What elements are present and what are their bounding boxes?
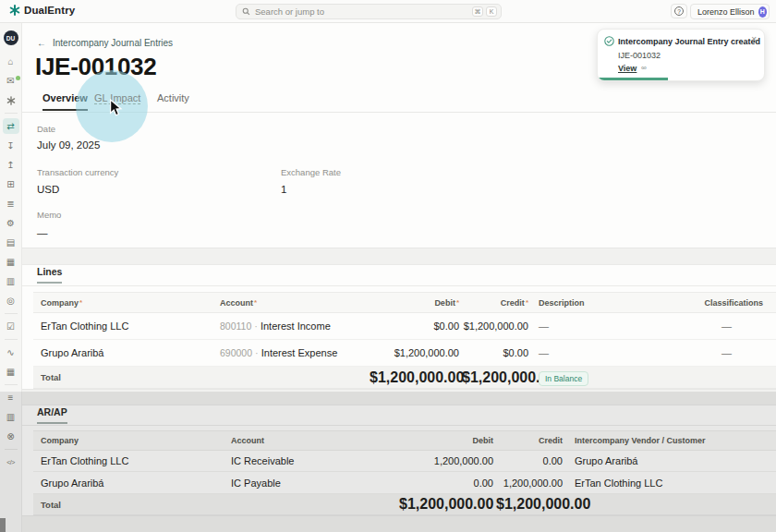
required-marker: * bbox=[79, 298, 82, 307]
close-icon[interactable]: × bbox=[751, 34, 757, 44]
account-cell: 690000·Interest Expense bbox=[212, 347, 370, 358]
search-input[interactable]: Search or jump to ⌘ K bbox=[236, 4, 502, 19]
date-label: Date bbox=[37, 124, 55, 134]
breadcrumb[interactable]: ← Intercompany Journal Entries bbox=[37, 38, 173, 48]
folder-icon[interactable]: ▤ bbox=[3, 235, 19, 250]
workspace-avatar[interactable]: DU bbox=[4, 30, 18, 45]
col-account: Account* bbox=[212, 298, 370, 308]
col-company: Company bbox=[33, 436, 224, 445]
date-value: July 09, 2025 bbox=[37, 139, 100, 151]
section-separator bbox=[22, 248, 776, 265]
classifications-cell: — bbox=[679, 320, 776, 332]
apps-grid-icon[interactable]: ⊞ bbox=[3, 176, 19, 192]
toast-entry-id: IJE-001032 bbox=[618, 51, 661, 60]
memo-label: Memo bbox=[37, 210, 61, 220]
sidebar-divider bbox=[5, 384, 18, 385]
help-button[interactable]: ? bbox=[671, 4, 687, 18]
main-content: ← Intercompany Journal Entries IJE-00103… bbox=[22, 23, 776, 532]
ai-sparkle-icon[interactable] bbox=[3, 92, 19, 108]
col-debit: Debit* bbox=[370, 298, 462, 308]
bottom-separator bbox=[22, 515, 776, 532]
code-icon[interactable]: </> bbox=[3, 454, 19, 470]
required-marker: * bbox=[456, 298, 459, 307]
total-debit: $1,200,000.00 bbox=[370, 369, 462, 386]
exchange-rate-value: 1 bbox=[281, 184, 286, 195]
search-placeholder: Search or jump to bbox=[255, 6, 469, 17]
tab-activity[interactable]: Activity bbox=[157, 92, 189, 103]
memo-value: — bbox=[37, 227, 48, 238]
book-icon[interactable]: ▥ bbox=[3, 409, 19, 425]
arap-total-row: Total $1,200,000.00 $1,200,000.00 bbox=[33, 494, 776, 515]
total-label: Total bbox=[33, 372, 212, 382]
gear-icon[interactable]: ⚙ bbox=[3, 215, 19, 231]
table-row[interactable]: Grupo Araribá IC Payable 0.00 1,200,000.… bbox=[33, 472, 776, 494]
page-title: IJE-001032 bbox=[35, 53, 156, 81]
lines-section-title[interactable]: Lines bbox=[37, 266, 62, 284]
arap-table-header: Company Account Debit Credit Intercompan… bbox=[33, 430, 776, 451]
col-credit: Credit* bbox=[462, 298, 531, 308]
col-description: Description bbox=[531, 298, 679, 308]
sidebar-divider bbox=[5, 339, 18, 340]
section-underline bbox=[22, 285, 776, 286]
total-credit: $1,200,000.00 bbox=[496, 496, 565, 513]
sidebar-divider bbox=[5, 449, 18, 450]
avatar: H bbox=[758, 6, 767, 18]
table-row[interactable]: ErTan Clothing LLC IC Receivable 1,200,0… bbox=[33, 451, 776, 472]
chart-icon[interactable]: ∿ bbox=[3, 345, 19, 360]
currency-label: Transaction currency bbox=[37, 167, 118, 177]
toast-notification: Intercompany Journal Entry created × IJE… bbox=[597, 29, 765, 81]
vendor-cell: Grupo Araribá bbox=[565, 455, 776, 466]
search-icon bbox=[242, 7, 250, 16]
debit-cell: 0.00 bbox=[399, 478, 496, 489]
app-logo[interactable]: DualEntry bbox=[9, 5, 75, 16]
col-company: Company* bbox=[33, 298, 212, 308]
cancel-circle-icon[interactable]: ⊗ bbox=[3, 429, 19, 444]
inbox-icon[interactable]: ✉ bbox=[3, 73, 19, 89]
credit-cell: $0.00 bbox=[462, 347, 531, 358]
tasks-checkbox-icon[interactable]: ☑ bbox=[3, 319, 19, 334]
user-name: Lorenzo Ellison bbox=[697, 7, 755, 17]
inbox-glyph: ✉ bbox=[6, 76, 14, 86]
classifications-cell: — bbox=[679, 347, 776, 358]
home-icon[interactable]: ⌂ bbox=[3, 54, 19, 69]
breadcrumb-label[interactable]: Intercompany Journal Entries bbox=[53, 38, 173, 48]
tab-gl-impact[interactable]: GL Impact bbox=[94, 92, 140, 104]
section-underline bbox=[22, 425, 776, 426]
vendor-cell: ErTan Clothing LLC bbox=[565, 478, 776, 489]
debit-cell: $1,200,000.00 bbox=[370, 347, 462, 358]
exchange-rate-label: Exchange Rate bbox=[281, 167, 341, 177]
clipboard-icon[interactable]: ▥ bbox=[3, 273, 19, 289]
debit-cell: 1,200,000.00 bbox=[399, 455, 496, 466]
link-icon: ∞ bbox=[641, 64, 647, 72]
sliders-icon[interactable]: ≡ bbox=[3, 390, 19, 405]
account-cell: IC Receivable bbox=[224, 455, 399, 466]
tab-overview[interactable]: Overview bbox=[42, 92, 88, 111]
briefcase-icon[interactable]: ▦ bbox=[3, 254, 19, 270]
arap-section-title[interactable]: AR/AP bbox=[37, 406, 67, 424]
table-row[interactable]: ErTan Clothing LLC 800110·Interest Incom… bbox=[33, 313, 776, 340]
camera-icon[interactable]: ◎ bbox=[3, 293, 19, 308]
col-classifications: Classifications bbox=[679, 298, 776, 308]
account-cell: 800110·Interest Income bbox=[212, 320, 370, 332]
col-account: Account bbox=[224, 436, 399, 445]
back-arrow-icon[interactable]: ← bbox=[37, 38, 46, 48]
download-icon[interactable]: ↧ bbox=[3, 138, 19, 153]
shortcut-key-k: K bbox=[486, 6, 497, 17]
required-marker: * bbox=[526, 298, 528, 307]
description-cell: — bbox=[531, 320, 679, 332]
top-bar: DualEntry Search or jump to ⌘ K ? Lorenz… bbox=[0, 0, 776, 23]
upload-icon[interactable]: ↥ bbox=[3, 157, 19, 173]
view-link[interactable]: View bbox=[618, 64, 637, 73]
logo-asterisk-icon bbox=[9, 5, 20, 16]
sidebar-item-intercompany[interactable]: ⇄ bbox=[3, 118, 19, 134]
table-row[interactable]: Grupo Araribá 690000·Interest Expense $1… bbox=[33, 340, 776, 367]
section-separator bbox=[22, 389, 776, 405]
total-label: Total bbox=[33, 500, 224, 510]
credit-cell: 1,200,000.00 bbox=[496, 478, 565, 489]
check-circle-icon bbox=[604, 36, 614, 46]
shortcut-key-cmd: ⌘ bbox=[472, 6, 483, 17]
calendar-icon[interactable]: ▦ bbox=[3, 364, 19, 380]
user-menu-button[interactable]: Lorenzo Ellison H bbox=[690, 4, 770, 19]
total-credit: $1,200,000.00 bbox=[462, 369, 531, 386]
layers-icon[interactable]: ≣ bbox=[3, 196, 19, 212]
